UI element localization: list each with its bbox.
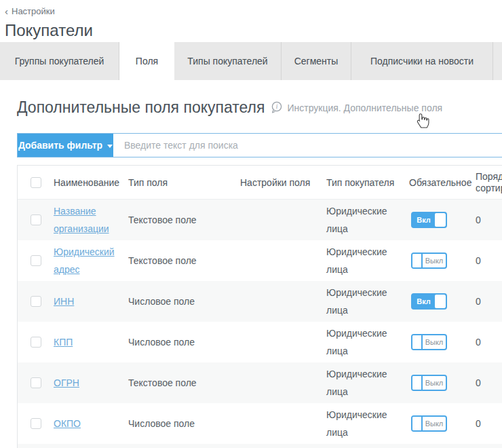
required-toggle[interactable]: Выкл	[411, 415, 447, 432]
column-header-sort-order: Порядок сортировки	[476, 171, 502, 194]
breadcrumb-label: Настройки	[12, 6, 55, 16]
field-type-cell: Числовое поле	[128, 296, 240, 307]
page-title: Покупатели	[5, 21, 502, 40]
instruction-link-label: Инструкция. Дополнительные поля	[287, 102, 442, 113]
table-row: Юридический адрес Текстовое поле Юридиче…	[18, 240, 502, 281]
row-checkbox[interactable]	[31, 337, 41, 348]
field-name-link[interactable]: ОКПО	[54, 418, 81, 429]
customer-type-cell: Юридические лица	[326, 202, 409, 238]
field-type-cell: Текстовое поле	[128, 214, 240, 225]
row-checkbox[interactable]	[31, 214, 41, 225]
toggle-label: Вкл	[412, 295, 435, 308]
table-row: ИНН Числовое поле Юридические лица Вкл 0	[18, 281, 502, 322]
table-row-partial	[18, 444, 502, 448]
required-toggle[interactable]: Выкл	[411, 375, 447, 391]
customer-type-cell: Юридические лица	[326, 284, 409, 319]
chevron-left-icon: ‹	[5, 7, 8, 16]
toggle-knob	[412, 376, 423, 390]
toggle-label: Выкл	[423, 417, 446, 430]
tab-bar: Группы покупателей Поля Типы покупателей…	[0, 42, 502, 80]
table-row: ОКПО Числовое поле Юридические лица Выкл…	[18, 403, 502, 444]
tab-newsletter-subscribers[interactable]: Подписчики на новости	[351, 42, 493, 80]
toggle-label: Выкл	[423, 335, 446, 349]
main-content: Дополнительные поля покупателя i Инструк…	[0, 98, 502, 448]
svg-text:i: i	[276, 103, 278, 110]
sort-order-cell: 0	[476, 337, 502, 348]
required-toggle[interactable]: Вкл	[411, 212, 447, 228]
table-header-row: Наименование Тип поля Настройки поля Тип…	[18, 166, 502, 200]
column-header-field-type: Тип поля	[128, 177, 240, 188]
customer-type-cell: Юридические лица	[326, 324, 409, 360]
field-name-link[interactable]: ОГРН	[54, 377, 79, 388]
toggle-label: Выкл	[423, 254, 446, 267]
filter-bar: Добавить фильтр	[17, 133, 502, 157]
toggle-knob	[435, 213, 446, 227]
sort-order-cell: 0	[476, 255, 502, 266]
toggle-label: Вкл	[412, 213, 435, 227]
customer-type-cell: Юридические лица	[326, 406, 409, 441]
field-type-cell: Текстовое поле	[128, 255, 240, 266]
toggle-knob	[412, 417, 423, 430]
table-row: КПП Числовое поле Юридические лица Выкл …	[18, 322, 502, 362]
fields-table: Наименование Тип поля Настройки поля Тип…	[17, 165, 502, 448]
sort-order-cell: 0	[476, 296, 502, 307]
field-name-link[interactable]: Юридический адрес	[54, 246, 115, 275]
add-filter-button[interactable]: Добавить фильтр	[18, 134, 113, 157]
sort-order-cell: 0	[476, 377, 502, 388]
row-checkbox[interactable]	[31, 296, 41, 307]
field-name-link[interactable]: ИНН	[54, 296, 74, 307]
tab-customer-groups[interactable]: Группы покупателей	[0, 42, 119, 80]
field-type-cell: Числовое поле	[128, 337, 240, 348]
add-filter-button-label: Добавить фильтр	[18, 140, 102, 151]
toggle-knob	[435, 295, 446, 308]
sort-order-cell: 0	[476, 418, 502, 429]
row-checkbox[interactable]	[31, 255, 41, 266]
sort-order-cell: 0	[476, 214, 502, 225]
table-row: Название организации Текстовое поле Юрид…	[18, 200, 502, 240]
field-name-link[interactable]: КПП	[54, 337, 73, 348]
page-header: ‹ Настройки Покупатели	[0, 0, 502, 42]
section-heading: Дополнительные поля покупателя	[17, 98, 265, 117]
select-all-checkbox[interactable]	[31, 177, 41, 188]
required-toggle[interactable]: Выкл	[411, 253, 447, 269]
required-toggle[interactable]: Выкл	[411, 334, 447, 350]
row-checkbox[interactable]	[31, 418, 41, 429]
tab-customer-types[interactable]: Типы покупателей	[174, 42, 282, 80]
tab-segments[interactable]: Сегменты	[282, 42, 351, 80]
toggle-label: Выкл	[423, 376, 446, 390]
dropdown-caret-icon	[107, 145, 113, 148]
required-toggle[interactable]: Вкл	[411, 293, 447, 310]
breadcrumb-back-link[interactable]: ‹ Настройки	[5, 6, 55, 16]
tab-fields[interactable]: Поля	[119, 42, 174, 80]
tab-bar-filler	[493, 42, 502, 80]
row-checkbox[interactable]	[31, 377, 41, 388]
column-header-required: Обязательное	[409, 177, 476, 188]
customer-type-cell: Юридические лица	[326, 243, 409, 278]
field-type-cell: Текстовое поле	[128, 377, 240, 388]
toggle-knob	[412, 254, 423, 267]
search-input[interactable]	[113, 134, 502, 157]
customer-type-cell: Юридические лица	[326, 365, 409, 400]
field-name-link[interactable]: Название организации	[54, 206, 109, 234]
toggle-knob	[412, 335, 423, 349]
info-bubble-icon: i	[271, 101, 283, 114]
instruction-link[interactable]: i Инструкция. Дополнительные поля	[271, 101, 442, 114]
column-header-customer-type: Тип покупателя	[326, 174, 409, 191]
field-type-cell: Числовое поле	[128, 418, 240, 429]
table-row: ОГРН Текстовое поле Юридические лица Вык…	[18, 362, 502, 403]
column-header-name: Наименование	[54, 174, 128, 191]
table-body: Название организации Текстовое поле Юрид…	[18, 200, 502, 444]
column-header-field-settings: Настройки поля	[240, 177, 326, 188]
